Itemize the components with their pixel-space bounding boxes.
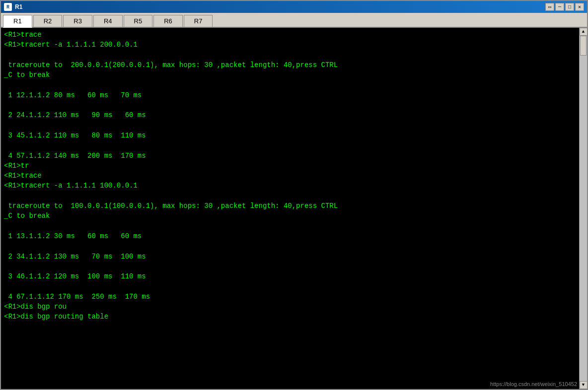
- title-bar: R R1 ▭ ─ □ ✕: [1, 1, 587, 13]
- scroll-thumb[interactable]: [580, 36, 587, 56]
- restore-button[interactable]: ▭: [545, 3, 554, 11]
- tab-r4[interactable]: R4: [93, 15, 123, 27]
- scroll-track[interactable]: [580, 36, 587, 381]
- tab-r3[interactable]: R3: [63, 15, 92, 27]
- scroll-up-button[interactable]: ▲: [580, 28, 588, 36]
- title-bar-left: R R1: [4, 3, 22, 11]
- close-button[interactable]: ✕: [575, 3, 584, 11]
- scroll-down-button[interactable]: ▼: [580, 381, 588, 389]
- scrollbar[interactable]: ▲ ▼: [579, 28, 587, 389]
- tab-r7[interactable]: R7: [184, 15, 213, 27]
- title-bar-buttons: ▭ ─ □ ✕: [545, 3, 584, 11]
- tab-r5[interactable]: R5: [124, 15, 153, 27]
- tab-r1[interactable]: R1: [3, 15, 32, 28]
- tab-bar: R1 R2 R3 R4 R5 R6 R7: [1, 13, 587, 28]
- maximize-button[interactable]: □: [565, 3, 574, 11]
- tab-r6[interactable]: R6: [153, 15, 183, 27]
- terminal-output[interactable]: <R1>trace <R1>tracert -a 1.1.1.1 200.0.0…: [1, 28, 579, 389]
- watermark: https://blog.csdn.net/weixin_510452: [490, 381, 577, 387]
- minimize-button[interactable]: ─: [555, 3, 564, 11]
- terminal-area: <R1>trace <R1>tracert -a 1.1.1.1 200.0.0…: [1, 28, 587, 389]
- tab-r2[interactable]: R2: [33, 15, 63, 27]
- main-window: R R1 ▭ ─ □ ✕ R1 R2 R3 R4 R5 R6 R7 <R1>tr…: [0, 0, 588, 390]
- app-icon: R: [4, 3, 12, 11]
- window-title: R1: [15, 3, 22, 10]
